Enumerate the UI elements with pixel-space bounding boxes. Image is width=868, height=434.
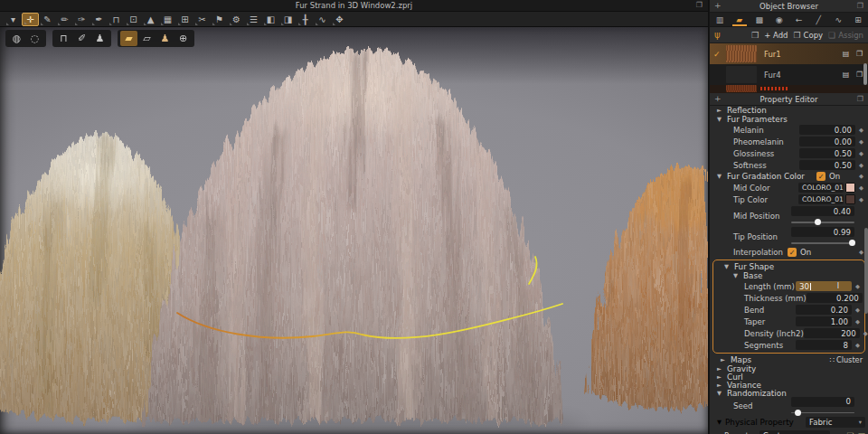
sculpt-icon[interactable]: ✐ — [73, 31, 90, 46]
property-scrollbar[interactable] — [864, 228, 868, 314]
section-fur-shape[interactable]: ▼ Fur Shape — [713, 262, 864, 271]
tool-select-b[interactable]: ◨ — [279, 13, 297, 26]
keyframe-icon[interactable]: ◆ — [855, 173, 867, 180]
list-item-fur4[interactable]: Fur4 ▤ ❐ — [710, 64, 868, 85]
tab-topstitch-icon[interactable]: ╱ — [808, 13, 828, 26]
tool-garment[interactable]: ⊓ — [108, 13, 125, 26]
dock-icon[interactable]: + — [714, 94, 722, 103]
tool-flag[interactable]: ⚑ — [211, 13, 228, 26]
keyframe-icon[interactable]: ◆ — [852, 307, 863, 314]
keyframe-icon[interactable]: ◆ — [855, 150, 867, 157]
fur-avatar-icon[interactable]: ♟ — [156, 31, 174, 46]
section-fur-parameters[interactable]: ▼ Fur Parameters — [710, 115, 868, 124]
keyframe-icon[interactable]: ◆ — [855, 138, 867, 146]
melanin-field[interactable]: 0.00 — [799, 125, 855, 135]
segments-field[interactable]: 8 — [796, 340, 852, 350]
object-browser-header[interactable]: + Object Browser ❐ — [710, 0, 868, 13]
tab-scene-icon[interactable]: ▥ — [710, 13, 730, 26]
keyframe-icon[interactable]: ◆ — [852, 342, 863, 349]
tool-pen[interactable]: ✒ — [90, 13, 108, 26]
keyframe-icon[interactable]: ◆ — [852, 318, 863, 326]
view-shaded-icon[interactable]: ◍ — [8, 31, 25, 46]
tool-fold[interactable]: ⊡ — [125, 13, 142, 26]
seed-slider[interactable] — [791, 410, 854, 416]
tool-scissors[interactable]: ✂ — [193, 13, 211, 26]
fur-card-icon[interactable]: ▰ — [120, 31, 137, 46]
physical-property-dropdown[interactable]: Fabric ▾ — [806, 417, 865, 428]
list-scrollbar[interactable] — [863, 63, 867, 85]
show-avatar-icon[interactable]: ♟ — [91, 31, 108, 46]
tip-color-field[interactable]: COLORO_01 — [798, 194, 844, 204]
keyframe-icon[interactable]: ◆ — [855, 184, 867, 192]
texture-icon[interactable]: ▤ — [841, 71, 851, 79]
keyframe-icon[interactable]: ◆ — [855, 127, 867, 134]
dock-icon[interactable]: + — [714, 1, 722, 10]
tool-sew[interactable]: ▦ — [159, 13, 176, 26]
tool-lasso[interactable]: ✎ — [39, 13, 56, 26]
tip-position-slider[interactable] — [791, 240, 854, 246]
tab-fabric-icon[interactable]: ▩ — [750, 13, 769, 26]
pheomelanin-field[interactable]: 0.00 — [799, 137, 855, 146]
tool-pose[interactable]: ✥ — [331, 13, 348, 26]
tool-grid[interactable]: ⊞ — [176, 13, 193, 26]
tool-pin[interactable]: ✑ — [73, 13, 90, 26]
3d-window-titlebar[interactable]: Fur Strand in 3D Window2.zprj ❐ — [0, 0, 708, 12]
copy-button[interactable]: ❐ Copy — [793, 31, 823, 40]
tool-gear[interactable]: ⚙ — [228, 13, 245, 26]
keyframe-icon[interactable]: ◆ — [852, 283, 863, 290]
softness-field[interactable]: 0.50 — [799, 160, 855, 170]
interpolation-checkbox[interactable]: ✓ — [788, 248, 797, 257]
tab-stitch-icon[interactable]: ∿ — [828, 13, 848, 26]
tip-color-swatch[interactable] — [845, 194, 855, 204]
save-preset-icon[interactable]: ▤ — [857, 431, 865, 434]
show-garment-icon[interactable]: ⊓ — [55, 31, 72, 46]
section-fur-gradation[interactable]: ▼ Fur Gradation Color ✓ On ◆ — [710, 171, 868, 182]
fur-ball-right[interactable] — [579, 154, 708, 425]
density-field[interactable]: 200 — [804, 328, 860, 338]
section-maps[interactable]: ► Maps ∷ Cluster — [710, 354, 868, 364]
add-button[interactable]: + Add — [764, 31, 788, 40]
section-reflection[interactable]: ► Reflection — [710, 106, 868, 115]
tab-fur-icon[interactable]: ▰ — [730, 13, 750, 26]
import-icon[interactable]: ❒ — [751, 31, 759, 40]
mid-position-field[interactable]: 0.40 — [791, 206, 854, 216]
tool-select-a[interactable]: ◧ — [262, 13, 279, 26]
list-item-fur1[interactable]: ✓ Fur1 ▤ ❐ — [710, 43, 868, 64]
open-folder-icon[interactable]: ❏ — [846, 431, 854, 434]
tool-curve[interactable]: ∿ — [314, 13, 331, 26]
mid-color-field[interactable]: COLORO_01 — [798, 183, 844, 193]
view-wire-icon[interactable]: ◌ — [26, 31, 43, 46]
assign-button[interactable]: ❏ Assign — [828, 31, 863, 40]
float-panel-icon[interactable]: ❐ — [857, 2, 863, 10]
mid-position-slider[interactable] — [791, 219, 854, 225]
tool-import[interactable]: ▾ — [5, 13, 22, 26]
taper-field[interactable]: 1.00 — [796, 316, 852, 326]
fur-ball-middle[interactable] — [136, 36, 579, 434]
length-field[interactable]: 30 I — [796, 281, 852, 291]
section-base[interactable]: ▼ Base — [713, 271, 864, 280]
thickness-field[interactable]: 0.200 — [807, 293, 863, 303]
float-panel-icon[interactable]: ❐ — [857, 95, 863, 103]
mid-color-swatch[interactable] — [845, 183, 855, 193]
fur-strand-icon[interactable]: ▱ — [138, 31, 156, 46]
keyframe-icon[interactable]: ◆ — [855, 196, 867, 203]
list-item-partial[interactable] — [710, 85, 868, 93]
gradation-checkbox[interactable]: ✓ — [816, 172, 826, 181]
bend-field[interactable]: 0.20 — [796, 305, 852, 315]
duplicate-icon[interactable]: ❐ — [854, 50, 864, 58]
glossiness-field[interactable]: 0.50 — [799, 148, 855, 158]
tab-arrow-icon[interactable]: ← — [789, 13, 809, 26]
preset-dropdown[interactable]: Custom ▾ — [760, 430, 830, 434]
float-window-icon[interactable]: ❐ — [696, 1, 703, 9]
fur-globe-icon[interactable]: ⊕ — [175, 31, 192, 46]
keyframe-icon[interactable]: ◆ — [855, 162, 867, 169]
seed-field[interactable]: 0 — [791, 397, 854, 407]
cluster-button[interactable]: ∷ Cluster — [830, 355, 863, 364]
tip-position-field[interactable]: 0.99 — [791, 227, 854, 237]
tool-dress[interactable]: ▲ — [142, 13, 159, 26]
tool-zipper[interactable]: ☰ — [245, 13, 262, 26]
viewport-canvas[interactable] — [0, 27, 708, 434]
tab-button-icon[interactable]: ◉ — [769, 13, 789, 26]
tool-align[interactable]: ╂ — [297, 13, 314, 26]
texture-icon[interactable]: ▤ — [841, 50, 851, 58]
